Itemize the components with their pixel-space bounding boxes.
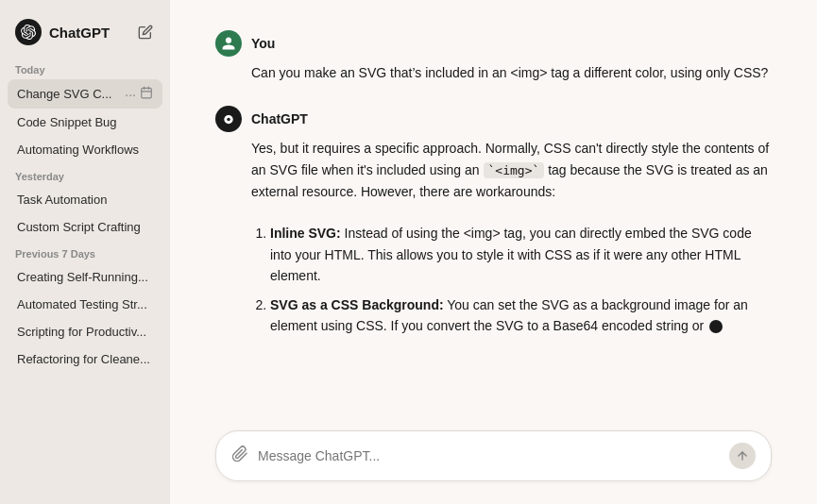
user-message-header: You [215,30,772,57]
section-previous-7: Previous 7 Days [8,241,162,263]
message-input[interactable] [258,448,720,463]
code-img-tag: `<img>` [484,162,545,178]
chat-area: You Can you make an SVG that’s included … [170,0,817,415]
sidebar-item-label: Refactoring for Cleane... [17,352,153,366]
user-avatar [215,30,242,57]
sidebar-item-label: Change SVG C... [17,87,125,101]
sidebar-item-automated-testing[interactable]: Automated Testing Str... [8,291,162,318]
sidebar-item-refactoring[interactable]: Refactoring for Cleane... [8,345,162,373]
sidebar-item-label: Creating Self-Running... [17,270,153,284]
bot-intro-text: Yes, but it requires a specific approach… [251,138,772,202]
sidebar-item-custom-script[interactable]: Custom Script Crafting [8,213,162,241]
sidebar-item-scripting-prod[interactable]: Scripting for Productiv... [8,318,162,345]
sidebar: ChatGPT Today Change SVG C... ··· C [0,0,170,504]
input-box [215,430,772,481]
bot-avatar [215,106,242,132]
sidebar-item-automating[interactable]: Automating Workflows [8,136,162,163]
sidebar-header: ChatGPT [8,15,162,57]
sidebar-header-left: ChatGPT [15,19,110,45]
new-chat-icon[interactable] [136,23,155,42]
chatgpt-logo [15,19,42,45]
input-area [170,415,817,504]
bot-list: Inline SVG: Instead of using the <img> t… [251,223,772,336]
user-message-text: Can you make an SVG that’s included in a… [251,65,768,80]
sidebar-item-label: Custom Script Crafting [17,220,153,234]
sidebar-item-actions: ··· [125,86,153,102]
sidebar-item-change-svg[interactable]: Change SVG C... ··· [8,79,162,109]
sidebar-item-task-automation[interactable]: Task Automation [8,186,162,213]
bot-message-header: ChatGPT [215,106,772,132]
calendar-icon[interactable] [140,86,153,102]
attach-icon[interactable] [231,445,248,466]
user-sender-name: You [251,36,275,51]
sidebar-app-title: ChatGPT [49,25,110,41]
bot-sender-name: ChatGPT [251,111,308,126]
svg-point-5 [227,118,230,121]
send-button[interactable] [729,443,756,469]
bot-message-body: Yes, but it requires a specific approach… [215,138,772,336]
user-message-block: You Can you make an SVG that’s included … [215,30,772,83]
main-panel: You Can you make an SVG that’s included … [170,0,817,504]
section-today: Today [8,57,162,79]
sidebar-item-label: Automated Testing Str... [17,297,153,311]
bot-list-item-1: Inline SVG: Instead of using the <img> t… [270,223,772,286]
svg-rect-0 [142,88,152,98]
section-yesterday: Yesterday [8,163,162,186]
truncation-dot [709,320,723,333]
user-message-body: Can you make an SVG that’s included in a… [215,62,772,83]
sidebar-item-label: Automating Workflows [17,143,153,157]
bot-list-item-2: SVG as a CSS Background: You can set the… [270,294,772,337]
sidebar-item-creating-self[interactable]: Creating Self-Running... [8,263,162,291]
sidebar-item-label: Task Automation [17,193,153,207]
sidebar-item-label: Code Snippet Bug [17,115,153,129]
bot-message-block: ChatGPT Yes, but it requires a specific … [215,106,772,336]
more-icon[interactable]: ··· [125,87,136,102]
sidebar-item-code-snippet[interactable]: Code Snippet Bug [8,109,162,136]
sidebar-item-label: Scripting for Productiv... [17,325,153,339]
